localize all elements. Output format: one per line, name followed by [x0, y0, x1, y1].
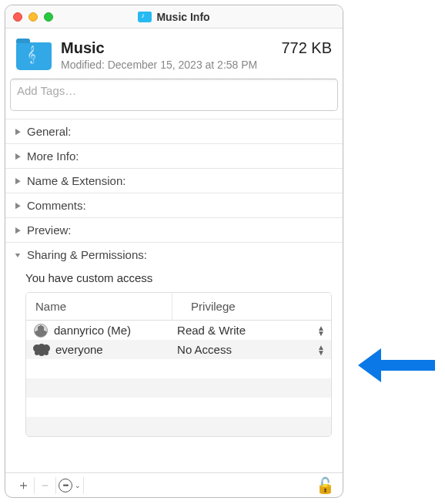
row-name: dannyrico (Me) — [54, 324, 131, 337]
permissions-body: You have custom access Name Privilege da… — [5, 267, 343, 443]
section-sharing-permissions[interactable]: Sharing & Permissions: — [5, 242, 343, 267]
table-header: Name Privilege — [26, 293, 331, 321]
section-label: More Info: — [27, 150, 79, 163]
lock-button[interactable]: 🔓 — [316, 476, 335, 495]
table-row — [26, 398, 331, 417]
footer-toolbar: ＋ － ••• ⌄ 🔓 — [5, 472, 343, 497]
chevron-right-icon — [13, 127, 22, 136]
column-header-privilege[interactable]: Privilege — [172, 293, 331, 320]
tags-placeholder: Add Tags… — [17, 84, 76, 97]
item-size: 772 KB — [281, 39, 332, 57]
traffic-lights — [13, 12, 53, 22]
row-privilege: Read & Write — [177, 324, 246, 337]
tags-input[interactable]: Add Tags… — [10, 79, 338, 111]
ellipsis-icon: ••• — [59, 479, 72, 492]
section-label: Name & Extension: — [27, 174, 125, 187]
remove-button[interactable]: － — [35, 477, 56, 494]
section-name-extension[interactable]: Name & Extension: — [5, 168, 343, 193]
section-label: General: — [27, 125, 72, 138]
row-privilege: No Access — [177, 343, 232, 356]
chevron-right-icon — [13, 201, 22, 210]
permissions-summary: You have custom access — [25, 271, 332, 284]
chevron-down-icon: ⌄ — [75, 482, 81, 489]
group-icon — [34, 344, 49, 355]
chevron-right-icon — [13, 152, 22, 161]
user-icon — [34, 324, 48, 338]
item-modified: Modified: December 15, 2023 at 2:58 PM — [61, 59, 332, 71]
privilege-popup[interactable]: No Access — [172, 343, 331, 356]
chevron-right-icon — [13, 226, 22, 235]
section-more-info[interactable]: More Info: — [5, 143, 343, 168]
lock-open-icon: 🔓 — [316, 477, 335, 494]
callout-arrow — [358, 348, 435, 382]
column-header-name[interactable]: Name — [26, 293, 172, 320]
section-label: Sharing & Permissions: — [27, 248, 147, 261]
table-row[interactable]: dannyrico (Me) Read & Write — [26, 321, 331, 340]
minimize-window-button[interactable] — [28, 12, 38, 22]
chevron-right-icon — [13, 176, 22, 186]
updown-icon — [317, 325, 325, 336]
table-row — [26, 378, 331, 398]
close-window-button[interactable] — [13, 12, 22, 22]
section-preview[interactable]: Preview: — [5, 217, 343, 242]
table-row — [26, 417, 331, 436]
row-name: everyone — [55, 343, 103, 356]
titlebar[interactable]: Music Info — [5, 5, 343, 29]
header: Music 772 KB Modified: December 15, 2023… — [5, 29, 343, 77]
sections: General: More Info: Name & Extension: Co… — [5, 119, 343, 443]
chevron-down-icon — [13, 250, 22, 260]
item-name: Music — [61, 39, 105, 57]
section-label: Comments: — [27, 199, 86, 212]
zoom-window-button[interactable] — [44, 12, 53, 22]
info-window: Music Info Music 772 KB Modified: Decemb… — [5, 5, 343, 498]
table-row[interactable]: everyone No Access — [26, 340, 331, 359]
folder-proxy-icon — [138, 12, 152, 22]
privilege-popup[interactable]: Read & Write — [172, 324, 331, 337]
section-label: Preview: — [27, 223, 72, 237]
table-row — [26, 359, 331, 378]
add-button[interactable]: ＋ — [13, 477, 35, 494]
section-general[interactable]: General: — [5, 119, 343, 143]
music-folder-icon — [16, 42, 52, 70]
section-comments[interactable]: Comments: — [5, 193, 343, 217]
permissions-table: Name Privilege dannyrico (Me) Read & Wri… — [25, 292, 332, 437]
window-title: Music Info — [156, 11, 209, 23]
updown-icon — [317, 344, 325, 355]
action-menu-button[interactable]: ••• ⌄ — [56, 477, 84, 494]
